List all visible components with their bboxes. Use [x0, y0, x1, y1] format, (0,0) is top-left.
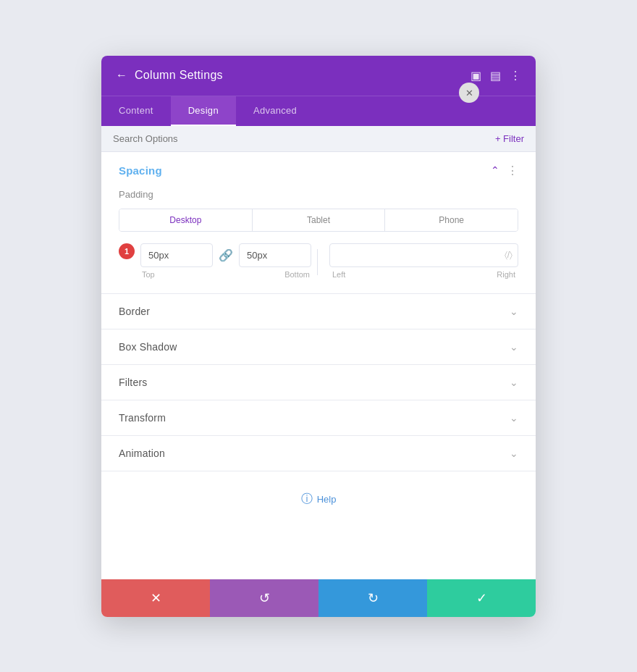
fullscreen-icon[interactable]: ▣ — [471, 69, 481, 83]
animation-section-header[interactable]: Animation ⌄ — [101, 436, 536, 471]
tab-content[interactable]: Content — [101, 96, 171, 126]
filters-title: Filters — [119, 377, 148, 388]
box-shadow-title: Box Shadow — [119, 341, 177, 353]
padding-top-input[interactable] — [140, 243, 213, 267]
transform-chevron-icon: ⌄ — [510, 412, 518, 424]
spacing-section: Spacing ⌃ ⋮ Padding Desktop Tablet Phone — [101, 152, 536, 294]
filters-section-header[interactable]: Filters ⌄ — [101, 365, 536, 400]
filters-section: Filters ⌄ — [101, 365, 536, 400]
right-label: Right — [497, 270, 515, 279]
spacing-expanded-content: Padding Desktop Tablet Phone 1 — [101, 189, 536, 293]
border-section: Border ⌄ — [101, 294, 536, 329]
settings-content: Spacing ⌃ ⋮ Padding Desktop Tablet Phone — [101, 152, 536, 579]
border-title: Border — [119, 306, 150, 317]
top-bottom-group: 🔗 Top Bottom — [140, 243, 311, 279]
spacing-section-header[interactable]: Spacing ⌃ ⋮ — [101, 152, 536, 189]
border-chevron-icon: ⌄ — [510, 306, 518, 317]
help-section: ⓘ Help — [101, 471, 536, 536]
box-shadow-section: Box Shadow ⌄ — [101, 329, 536, 365]
device-tab-tablet[interactable]: Tablet — [253, 209, 386, 231]
device-tab-phone[interactable]: Phone — [385, 209, 518, 231]
border-section-header[interactable]: Border ⌄ — [101, 294, 536, 329]
padding-lr-input[interactable] — [329, 243, 518, 267]
top-bottom-labels: Top Bottom — [140, 267, 311, 279]
left-right-labels: Left Right — [329, 267, 518, 279]
column-settings-modal: ← Column Settings ▣ ▤ ⋮ Content Design A… — [101, 56, 536, 617]
transform-section-header[interactable]: Transform ⌄ — [101, 400, 536, 435]
save-button[interactable]: ✓ — [427, 579, 536, 617]
filters-chevron-icon: ⌄ — [510, 377, 518, 388]
columns-icon[interactable]: ▤ — [490, 69, 501, 83]
left-label: Left — [332, 270, 345, 279]
top-bottom-inputs-wrap: 1 🔗 Top Bottom — [119, 243, 311, 279]
bottom-label: Bottom — [284, 270, 310, 279]
help-link[interactable]: ⓘ Help — [301, 492, 337, 507]
header-left: ← Column Settings — [116, 69, 223, 82]
spacer — [101, 536, 536, 579]
help-icon: ⓘ — [301, 492, 313, 507]
action-bar: ✕ ↺ ↻ ✓ — [101, 579, 536, 617]
top-label: Top — [142, 270, 155, 279]
search-bar: + Filter — [101, 126, 536, 152]
code-icon[interactable]: 〈/〉 — [505, 250, 512, 260]
back-arrow-icon[interactable]: ← — [116, 69, 127, 82]
animation-chevron-icon: ⌄ — [510, 448, 518, 459]
close-modal-button[interactable]: ✕ — [459, 83, 479, 103]
spacing-controls: ⌃ ⋮ — [491, 164, 518, 177]
cancel-button[interactable]: ✕ — [101, 579, 210, 617]
tab-design[interactable]: Design — [171, 96, 236, 126]
reset-button[interactable]: ↺ — [210, 579, 318, 617]
modal-title: Column Settings — [135, 69, 223, 82]
spacing-dots-icon[interactable]: ⋮ — [507, 164, 518, 177]
search-input[interactable] — [113, 133, 495, 144]
padding-bottom-input[interactable] — [239, 243, 311, 267]
box-shadow-section-header[interactable]: Box Shadow ⌄ — [101, 329, 536, 364]
transform-section: Transform ⌄ — [101, 400, 536, 436]
box-shadow-chevron-icon: ⌄ — [510, 341, 518, 353]
top-bottom-inputs: 🔗 — [140, 243, 311, 267]
step-badge: 1 — [119, 243, 135, 259]
animation-title: Animation — [119, 448, 165, 459]
padding-label: Padding — [119, 189, 518, 200]
spacing-collapse-icon[interactable]: ⌃ — [491, 164, 499, 176]
left-right-inputs: 〈/〉 — [329, 243, 518, 267]
device-tab-desktop[interactable]: Desktop — [119, 209, 253, 231]
device-tabs: Desktop Tablet Phone — [119, 209, 518, 232]
header-icons: ▣ ▤ ⋮ — [471, 69, 521, 83]
spacing-title: Spacing — [119, 164, 162, 177]
tab-advanced[interactable]: Advanced — [236, 96, 314, 126]
redo-button[interactable]: ↻ — [318, 579, 427, 617]
filter-button[interactable]: + Filter — [495, 133, 524, 144]
vertical-separator — [317, 249, 318, 275]
more-options-icon[interactable]: ⋮ — [510, 69, 521, 83]
transform-title: Transform — [119, 412, 166, 424]
padding-inputs-row: 1 🔗 Top Bottom — [119, 243, 518, 279]
animation-section: Animation ⌄ — [101, 436, 536, 471]
help-label: Help — [317, 494, 337, 505]
left-right-group: 〈/〉 Left Right — [329, 243, 518, 279]
link-icon[interactable]: 🔗 — [213, 248, 239, 262]
